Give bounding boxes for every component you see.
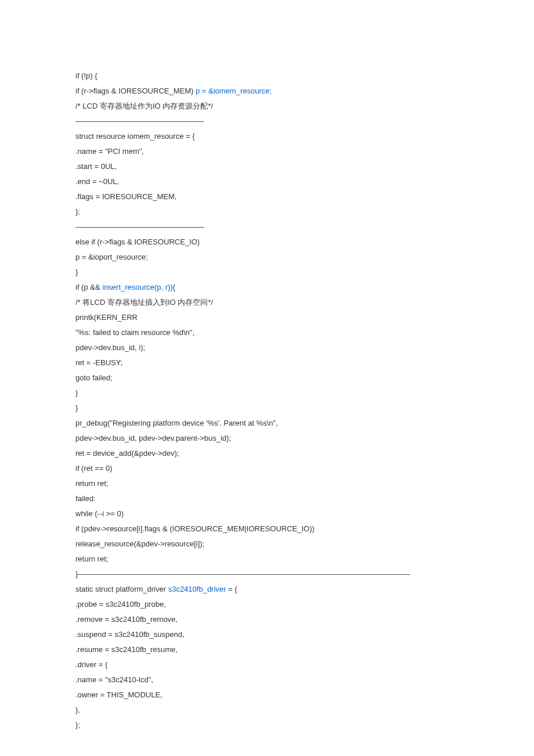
highlighted-code: insert_resource(p, r)): [102, 283, 172, 291]
code-line: else if (r->flags & IORESOURCE_IO): [75, 235, 459, 250]
highlighted-code: p = &iomem_resource;: [196, 87, 272, 95]
code-line: if (p && insert_resource(p, r)){: [75, 280, 459, 295]
code-line: pdev->dev.bus_id, i);: [75, 340, 459, 355]
code-line: .remove = s3c2410fb_remove,: [75, 612, 459, 627]
code-line: if (ret == 0): [75, 461, 459, 476]
code-line: release_resource(&pdev->resource[i]);: [75, 537, 459, 552]
code-text: static struct platform_driver: [75, 585, 168, 593]
code-text: if (r->flags & IORESOURCE_MEM): [75, 87, 196, 95]
code-line: .probe = s3c2410fb_probe,: [75, 597, 459, 612]
code-line: p = &ioport_resource;: [75, 250, 459, 265]
code-line: };: [75, 204, 459, 219]
code-line: .suspend = s3c2410fb_suspend,: [75, 627, 459, 642]
code-text: {: [173, 283, 175, 291]
code-text: if (p &&: [75, 283, 102, 291]
code-line: if (!p) {: [75, 69, 459, 84]
code-line: .flags = IORESOURCE_MEM,: [75, 189, 459, 204]
code-line: ―――――――――――――――――: [75, 219, 459, 235]
code-line: .name = "s3c2410-lcd",: [75, 672, 459, 687]
code-line: .end = ~0UL,: [75, 174, 459, 189]
code-line: return ret;: [75, 476, 459, 491]
code-line: ret = device_add(&pdev->dev);: [75, 446, 459, 461]
code-line: if (r->flags & IORESOURCE_MEM) p = &iome…: [75, 84, 459, 99]
code-line: struct resource iomem_resource = {: [75, 129, 459, 144]
code-line: }: [75, 265, 459, 280]
code-line: goto failed;: [75, 370, 459, 386]
code-line: .resume = s3c2410fb_resume,: [75, 642, 459, 657]
code-line: /* LCD 寄存器地址作为IO 内存资源分配*/: [75, 99, 459, 114]
code-line: .start = 0UL,: [75, 159, 459, 174]
code-line: "%s: failed to claim resource %d\n",: [75, 325, 459, 340]
code-line: .name = "PCI mem",: [75, 144, 459, 159]
code-line: pdev->dev.bus_id, pdev->dev.parent->bus_…: [75, 431, 459, 446]
code-line: .owner = THIS_MODULE,: [75, 687, 459, 703]
document-page: if (!p) {if (r->flags & IORESOURCE_MEM) …: [0, 0, 534, 756]
code-text: = {: [226, 585, 237, 593]
code-line: },: [75, 703, 459, 718]
code-line: /* 将LCD 寄存器地址插入到IO 内存空间*/: [75, 295, 459, 310]
code-line: }: [75, 401, 459, 416]
code-line: ―――――――――――――――――: [75, 114, 459, 129]
code-line: .driver = {: [75, 657, 459, 672]
code-line: pr_debug("Registering platform device '%…: [75, 416, 459, 431]
code-line: static struct platform_driver s3c2410fb_…: [75, 582, 459, 597]
code-line: while (--i >= 0): [75, 506, 459, 521]
code-line: }: [75, 386, 459, 401]
code-line: }―――――――――――――――――――――――――――――――――――――――…: [75, 567, 459, 582]
code-line: if (pdev->resource[i].flags & (IORESOURC…: [75, 521, 459, 537]
code-line: };: [75, 718, 459, 733]
code-line: return ret;: [75, 552, 459, 567]
code-line: failed:: [75, 491, 459, 506]
highlighted-code: s3c2410fb_driver: [168, 585, 226, 593]
code-line: ret = -EBUSY;: [75, 355, 459, 370]
code-line: printk(KERN_ERR: [75, 310, 459, 325]
